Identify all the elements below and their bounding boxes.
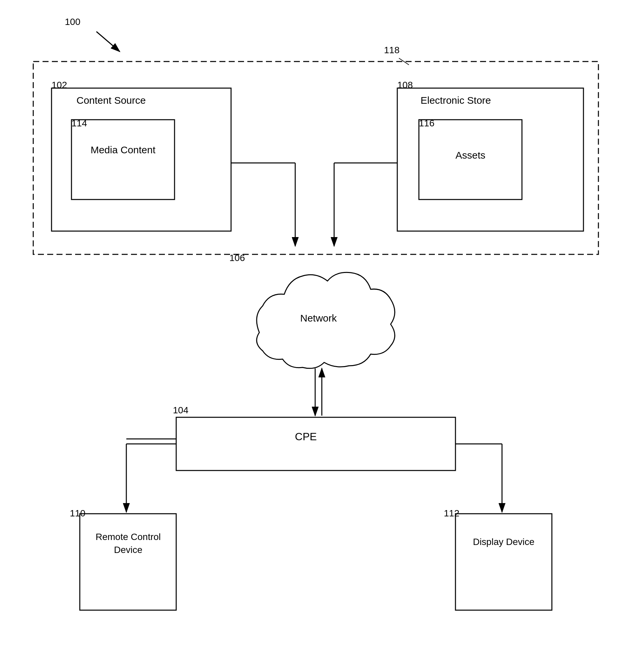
- remote-control-label: Remote Control Device: [86, 530, 171, 556]
- svg-rect-17: [80, 514, 176, 610]
- svg-rect-3: [33, 62, 599, 255]
- display-device-label: Display Device: [462, 535, 545, 548]
- ref-112-label: 112: [444, 508, 459, 519]
- svg-line-22: [399, 58, 409, 65]
- ref-102-label: 102: [51, 80, 67, 91]
- assets-label: Assets: [436, 150, 505, 161]
- media-content-label: Media Content: [81, 143, 165, 157]
- svg-line-2: [96, 31, 120, 51]
- ref-118-label: 118: [384, 45, 399, 55]
- ref-104-label: 104: [173, 405, 189, 416]
- ref-110-label: 110: [70, 508, 86, 519]
- ref-114-label: 114: [71, 118, 87, 129]
- svg-rect-20: [456, 514, 552, 610]
- svg-rect-4: [51, 88, 231, 231]
- ref-108-label: 108: [397, 80, 413, 91]
- content-source-label: Content Source: [76, 95, 176, 106]
- network-label: Network: [285, 313, 352, 324]
- diagram: 100 118 102 Content Source 114 Media Con…: [0, 0, 630, 672]
- ref-106-label: 106: [229, 253, 245, 263]
- svg-rect-14: [176, 417, 456, 471]
- ref-100-label: 100: [65, 17, 80, 27]
- cpe-label: CPE: [276, 431, 336, 443]
- ref-116-label: 116: [419, 118, 435, 129]
- electronic-store-label: Electronic Store: [420, 95, 520, 106]
- svg-rect-5: [71, 120, 174, 199]
